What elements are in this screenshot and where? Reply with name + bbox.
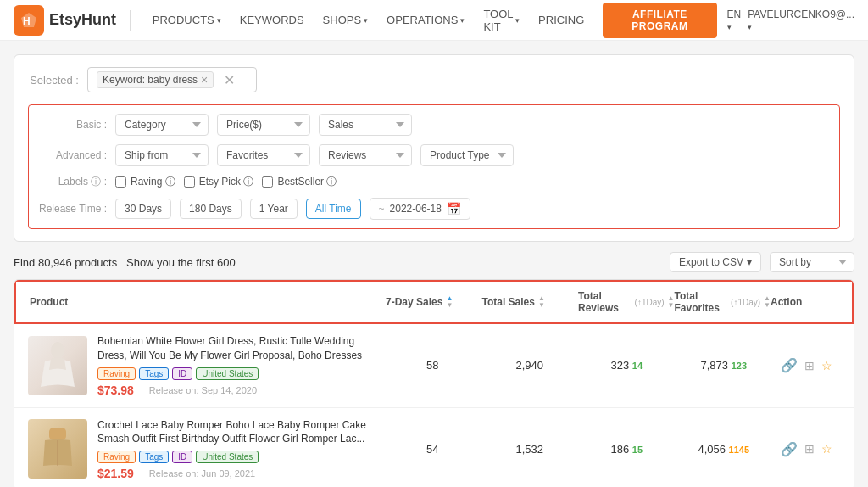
advanced-label: Advanced : [39,149,107,161]
total-reviews: 323 14 [578,359,676,372]
product-cell: Crochet Lace Baby Romper Boho Lace Baby … [28,418,384,481]
nav-shops[interactable]: SHOPS ▾ [314,8,377,31]
date-range-input[interactable]: ~ 2022-06-18 📅 [370,198,470,220]
nav-toolkit[interactable]: TOOL KIT ▾ [475,3,528,38]
product-tags: Raving Tags ID United States [97,451,384,463]
sort-arrows: ▲ ▼ [764,295,771,309]
etsy-pick-checkbox-label[interactable]: Etsy Pick ⓘ [184,175,254,189]
product-image [28,419,87,479]
sort-down-icon: ▼ [538,302,545,309]
sort-arrows: ▲ ▼ [668,295,675,309]
favorites-badge: 1145 [729,445,749,455]
release-time-label: Release Time : [39,203,107,215]
chevron-down-icon: ▾ [364,16,368,25]
tag-close-icon[interactable]: × [201,74,208,86]
180-days-btn[interactable]: 180 Days [180,199,242,219]
category-select[interactable]: Category [115,114,209,136]
svg-text:H: H [23,15,31,27]
logo-text: EtsyHunt [49,11,116,29]
etsy-pick-checkbox[interactable] [184,176,195,188]
action-cell: 🔗 ⊞ ☆ [772,357,840,373]
nav-items: PRODUCTS ▾ KEYWORDS SHOPS ▾ OPERATIONS ▾… [144,3,593,38]
tag-raving: Raving [97,451,136,463]
1-year-btn[interactable]: 1 Year [250,199,298,219]
copy-icon[interactable]: ⊞ [804,442,815,456]
product-tags: Raving Tags ID United States [97,367,384,380]
user-menu[interactable]: PAVELURCENKO9@... ▾ [748,8,854,32]
sort-arrows: ▲ ▼ [538,295,545,309]
sort-arrows: ▲ ▼ [446,295,453,309]
tag-us: United States [196,367,259,380]
product-type-select[interactable]: Product Type [420,144,514,166]
price-select[interactable]: Price($) [217,114,310,136]
main-content: Selected : Keyword: baby dress × ✕ Basic… [0,41,868,487]
raving-checkbox[interactable] [115,176,126,188]
results-right: Export to CSV ▾ Sort by [670,252,854,272]
th-total-favorites[interactable]: Total Favorites (↑1Day) ▲ ▼ [675,290,771,314]
total-sales: 2,940 [481,359,579,372]
nav-pricing[interactable]: PRICING [530,8,593,31]
product-title[interactable]: Crochet Lace Baby Romper Boho Lace Baby … [97,418,384,447]
logo[interactable]: H EtsyHunt [14,5,116,36]
tag-tags: Tags [139,367,169,380]
ship-from-select[interactable]: Ship from [115,144,209,166]
link-icon[interactable]: 🔗 [781,357,798,373]
chevron-down-icon: ▾ [460,16,465,25]
th-product: Product [30,296,386,308]
sort-down-icon: ▼ [764,302,771,309]
show-text: Show you the first 600 [126,256,236,269]
sort-down-icon: ▼ [668,302,675,309]
nav-products[interactable]: PRODUCTS ▾ [144,8,230,31]
selected-row: Selected : Keyword: baby dress × ✕ [28,67,840,92]
table-header: Product 7-Day Sales ▲ ▼ Total Sales ▲ ▼ … [14,280,854,324]
sales-select[interactable]: Sales [319,114,412,136]
all-time-btn[interactable]: All Time [306,199,361,219]
bestseller-checkbox-label[interactable]: BestSeller ⓘ [262,175,337,189]
30-days-btn[interactable]: 30 Days [115,199,171,219]
basic-label: Basic : [39,119,107,131]
link-icon[interactable]: 🔗 [781,441,798,457]
basic-filter-row: Basic : Category Price($) Sales [39,114,829,136]
star-icon[interactable]: ☆ [821,442,832,456]
th-action: Action [771,296,838,308]
product-thumbnail [28,336,87,395]
product-thumbnail [28,419,87,479]
export-csv-button[interactable]: Export to CSV ▾ [670,252,761,272]
reviews-badge: 14 [632,361,643,371]
th-total-reviews[interactable]: Total Reviews (↑1Day) ▲ ▼ [578,290,675,314]
tag-id: ID [172,451,192,463]
keyword-tag-input[interactable]: Keyword: baby dress × ✕ [87,67,257,92]
action-cell: 🔗 ⊞ ☆ [772,441,840,457]
chevron-down-icon: ▾ [727,23,732,31]
product-price: $21.59 [97,467,134,480]
find-text: Find 80,946 products [14,256,117,269]
navbar: H EtsyHunt PRODUCTS ▾ KEYWORDS SHOPS ▾ O… [0,0,868,41]
lang-selector[interactable]: EN ▾ [727,8,742,32]
clear-button[interactable]: ✕ [224,72,235,88]
product-title[interactable]: Bohemian White Flower Girl Dress, Rustic… [97,334,384,363]
raving-checkbox-label[interactable]: Raving ⓘ [115,175,175,189]
svg-rect-3 [49,428,66,440]
keyword-tag: Keyword: baby dress × [97,71,214,88]
filter-panel: Selected : Keyword: baby dress × ✕ Basic… [14,54,854,242]
affiliate-button[interactable]: AFFILIATE PROGRAM [603,3,716,38]
sort-by-select[interactable]: Sort by [770,252,854,272]
reviews-select[interactable]: Reviews [319,144,412,166]
copy-icon[interactable]: ⊞ [804,359,815,372]
star-icon[interactable]: ☆ [821,359,832,372]
nav-keywords[interactable]: KEYWORDS [231,8,313,31]
advanced-filter-row: Advanced : Ship from Favorites Reviews P… [39,144,829,166]
product-release: Release on: Jun 09, 2021 [149,468,255,479]
bestseller-checkbox[interactable] [262,176,273,188]
release-time-filter-row: Release Time : 30 Days 180 Days 1 Year A… [39,198,829,220]
th-7day-sales[interactable]: 7-Day Sales ▲ ▼ [386,295,482,309]
sort-down-icon: ▼ [446,302,453,309]
chevron-down-icon: ▾ [747,256,752,268]
labels-filter-row: Labels ⓘ : Raving ⓘ Etsy Pick ⓘ BestSell… [39,175,829,189]
total-reviews: 186 15 [578,443,676,456]
nav-right: EN ▾ PAVELURCENKO9@... ▾ [727,8,854,32]
table-row: Crochet Lace Baby Romper Boho Lace Baby … [14,408,854,487]
nav-operations[interactable]: OPERATIONS ▾ [378,8,473,31]
favorites-select[interactable]: Favorites [217,144,310,166]
th-total-sales[interactable]: Total Sales ▲ ▼ [482,295,579,309]
